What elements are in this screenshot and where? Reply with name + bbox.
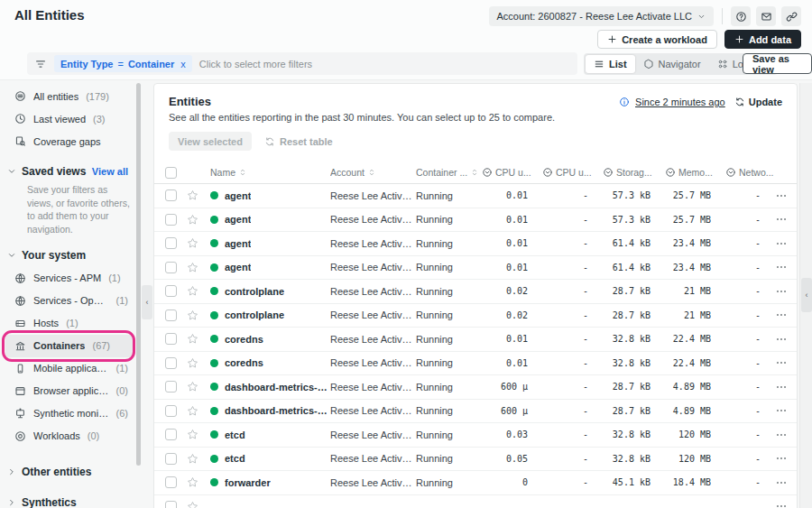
- help-button[interactable]: [731, 6, 751, 26]
- sidebar-item[interactable]: Browser applications (0): [5, 380, 134, 402]
- row-menu-button[interactable]: [775, 237, 788, 250]
- column-header-cpu-1[interactable]: CPU u...: [482, 167, 542, 178]
- section-saved-views[interactable]: Saved views View all: [7, 165, 128, 178]
- time-range-link[interactable]: Since 2 minutes ago: [635, 97, 725, 107]
- table-row[interactable]: etcd Reese Lee Activate LLC Running 0.05…: [154, 448, 797, 472]
- entity-name[interactable]: controlplane: [225, 286, 284, 297]
- star-icon[interactable]: [187, 381, 198, 393]
- entity-name[interactable]: etcd: [225, 453, 245, 464]
- star-icon[interactable]: [187, 453, 198, 465]
- save-as-view-button[interactable]: Save as view: [743, 53, 812, 74]
- sidebar-section[interactable]: Synthetics: [7, 496, 128, 508]
- star-icon[interactable]: [187, 333, 198, 345]
- row-checkbox[interactable]: [165, 237, 177, 249]
- row-checkbox[interactable]: [165, 429, 177, 440]
- sidebar-item[interactable]: Services - OpenTele... (1): [5, 290, 134, 312]
- entity-name[interactable]: dashboard-metrics-scr...: [225, 405, 330, 416]
- star-icon[interactable]: [187, 285, 198, 297]
- column-header-cpu-2[interactable]: CPU u...: [542, 167, 603, 178]
- entity-name[interactable]: agent: [225, 214, 251, 225]
- view-all-link[interactable]: View all: [92, 166, 128, 177]
- row-menu-button[interactable]: [775, 429, 788, 441]
- star-icon[interactable]: [187, 501, 198, 508]
- row-menu-button[interactable]: [775, 381, 788, 393]
- view-tab-list[interactable]: List: [586, 55, 635, 73]
- sidebar-item[interactable]: Containers (67): [5, 335, 134, 357]
- row-menu-button[interactable]: [775, 189, 788, 202]
- sidebar-item[interactable]: All entities (179): [5, 85, 134, 107]
- sidebar-item[interactable]: Coverage gaps: [5, 130, 134, 152]
- entity-name[interactable]: coredns: [225, 334, 263, 345]
- star-icon[interactable]: [187, 237, 198, 249]
- sidebar-collapse-handle[interactable]: ‹: [142, 285, 152, 319]
- row-menu-button[interactable]: [775, 452, 788, 465]
- entity-name[interactable]: forwarder: [225, 477, 271, 488]
- sort-icon[interactable]: [367, 168, 376, 177]
- row-checkbox[interactable]: [165, 309, 177, 321]
- table-row[interactable]: controlplane Reese Lee Activate LLC Runn…: [154, 280, 797, 304]
- row-checkbox[interactable]: [165, 214, 177, 226]
- entity-name[interactable]: agent: [225, 190, 251, 201]
- row-checkbox[interactable]: [165, 357, 177, 369]
- table-row[interactable]: coredns Reese Lee Activate LLC Running 0…: [154, 328, 797, 352]
- sidebar-item[interactable]: Services - APM (1): [5, 267, 134, 290]
- column-header-name[interactable]: Name: [210, 167, 330, 178]
- select-all-checkbox[interactable]: [165, 167, 177, 179]
- table-row[interactable]: agent Reese Lee Activate LLC Running 0.0…: [154, 208, 797, 233]
- star-icon[interactable]: [187, 214, 198, 226]
- table-row[interactable]: [154, 495, 797, 508]
- table-row[interactable]: forwarder Reese Lee Activate LLC Running…: [154, 471, 797, 495]
- entity-name[interactable]: controlplane: [225, 309, 284, 320]
- scrollbar-thumb[interactable]: [136, 83, 141, 466]
- row-checkbox[interactable]: [165, 333, 177, 345]
- star-icon[interactable]: [187, 189, 198, 201]
- row-menu-button[interactable]: [775, 404, 788, 417]
- row-checkbox[interactable]: [165, 262, 177, 273]
- column-header-account[interactable]: Account: [330, 167, 416, 178]
- star-icon[interactable]: [187, 429, 198, 440]
- row-checkbox[interactable]: [165, 405, 177, 417]
- entity-name[interactable]: etcd: [225, 429, 245, 440]
- column-header-memory[interactable]: Memo...: [665, 167, 725, 178]
- star-icon[interactable]: [187, 309, 198, 321]
- entity-name[interactable]: coredns: [225, 357, 263, 368]
- table-row[interactable]: agent Reese Lee Activate LLC Running 0.0…: [154, 184, 797, 208]
- row-menu-button[interactable]: [775, 500, 788, 508]
- row-menu-button[interactable]: [775, 476, 788, 489]
- view-tab-navigator[interactable]: Navigator: [635, 55, 709, 73]
- table-row[interactable]: coredns Reese Lee Activate LLC Running 0…: [154, 352, 797, 376]
- sidebar-section[interactable]: Other entities: [7, 466, 128, 478]
- table-row[interactable]: dashboard-metrics-scr... Reese Lee Activ…: [154, 375, 797, 400]
- row-menu-button[interactable]: [775, 261, 788, 273]
- row-menu-button[interactable]: [775, 333, 788, 346]
- sidebar-item[interactable]: Synthetic monitors (6): [5, 402, 134, 425]
- column-header-storage[interactable]: Storag...: [603, 167, 665, 178]
- column-header-container-status[interactable]: Container ...: [416, 167, 482, 178]
- column-header-network[interactable]: Netwo...: [725, 167, 775, 178]
- table-row[interactable]: controlplane Reese Lee Activate LLC Runn…: [154, 304, 797, 328]
- chip-remove-icon[interactable]: x: [180, 59, 186, 69]
- sidebar-item[interactable]: Mobile applications (1): [5, 357, 134, 380]
- row-checkbox[interactable]: [165, 476, 177, 488]
- table-row[interactable]: agent Reese Lee Activate LLC Running 0.0…: [154, 232, 797, 256]
- sidebar-item[interactable]: Workloads (0): [5, 425, 134, 448]
- sidebar-scrollbar[interactable]: [136, 83, 141, 466]
- table-row[interactable]: etcd Reese Lee Activate LLC Running 0.03…: [154, 423, 797, 448]
- table-row[interactable]: agent Reese Lee Activate LLC Running 0.0…: [154, 256, 797, 281]
- info-icon[interactable]: [619, 97, 630, 107]
- account-switcher[interactable]: Account: 2600827 - Reese Lee Activate LL…: [489, 6, 714, 26]
- sidebar-item[interactable]: Hosts (1): [5, 312, 134, 335]
- entity-name[interactable]: agent: [225, 238, 251, 249]
- row-menu-button[interactable]: [775, 356, 788, 369]
- entity-name[interactable]: dashboard-metrics-scr...: [225, 382, 330, 393]
- add-data-button[interactable]: Add data: [724, 30, 801, 49]
- star-icon[interactable]: [187, 262, 198, 273]
- row-checkbox[interactable]: [165, 285, 177, 297]
- star-icon[interactable]: [187, 405, 198, 417]
- view-selected-button[interactable]: View selected: [169, 132, 252, 151]
- row-menu-button[interactable]: [775, 309, 788, 321]
- row-checkbox[interactable]: [165, 381, 177, 393]
- sort-icon[interactable]: [238, 168, 247, 177]
- filter-chip-entity-type[interactable]: Entity Type = Container x: [54, 55, 192, 72]
- sort-icon[interactable]: [470, 168, 479, 177]
